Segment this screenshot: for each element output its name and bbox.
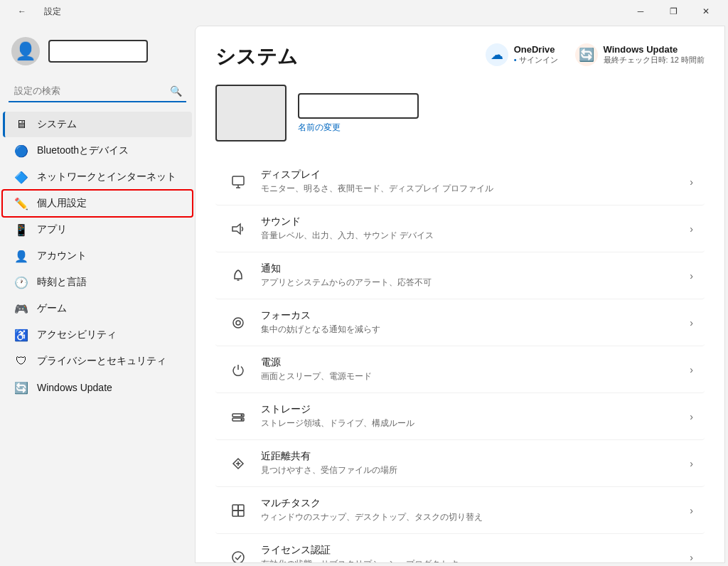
search-input[interactable] [9, 80, 186, 102]
sidebar-item-privacy[interactable]: 🛡 プライバシーとセキュリティ [3, 348, 192, 374]
profile-name-area: 名前の変更 [298, 93, 419, 134]
focus-icon [227, 311, 250, 334]
sound-icon [227, 218, 250, 240]
storage-icon [227, 405, 250, 428]
settings-item-desc-storage: ストレージ領域、ドライブ、構成ルール [261, 417, 690, 429]
time-icon: 🕐 [14, 275, 28, 289]
settings-item-nearby[interactable]: 近距離共有 見つけやすさ、受信ファイルの場所 › [215, 440, 705, 487]
settings-item-title-sound: サウンド [261, 215, 690, 228]
sidebar-item-personal[interactable]: ✏️ 個人用設定 [3, 191, 192, 216]
content-area: システム ☁ OneDrive • サインイン 🔄 Windows Update [195, 26, 725, 563]
avatar-icon: 👤 [15, 41, 36, 61]
chevron-right-icon: › [690, 411, 693, 422]
search-box: 🔍 [9, 80, 186, 102]
minimize-button[interactable]: ─ [624, 0, 657, 23]
chevron-right-icon: › [690, 270, 693, 282]
profile-name-box[interactable] [298, 93, 419, 119]
settings-item-desc-focus: 集中の妨げとなる通知を減らす [261, 324, 690, 336]
sidebar-item-label: ゲーム [37, 302, 67, 315]
settings-item-title-power: 電源 [261, 356, 690, 369]
settings-item-title-focus: フォーカス [261, 309, 690, 322]
user-section: 👤 [0, 28, 195, 77]
svg-point-17 [232, 552, 244, 563]
title-bar-title: 設定 [44, 6, 61, 18]
apps-icon: 📱 [14, 223, 28, 237]
settings-item-notifications[interactable]: 通知 アプリとシステムからのアラート、応答不可 › [215, 252, 705, 299]
accessibility-icon: ♿ [14, 328, 28, 342]
page-title: システム [215, 43, 298, 70]
sidebar-item-network[interactable]: 🔷 ネットワークとインターネット [3, 164, 192, 190]
svg-point-10 [241, 419, 242, 420]
settings-item-title-multitask: マルチタスク [261, 497, 690, 510]
chevron-right-icon: › [690, 505, 693, 516]
sidebar-item-label: アカウント [37, 250, 87, 262]
title-bar-left: ← 設定 [6, 0, 61, 23]
title-bar-controls: ─ ❐ ✕ [624, 0, 722, 23]
sidebar-item-label: Windows Update [37, 382, 112, 393]
sidebar-item-apps[interactable]: 📱 アプリ [3, 217, 192, 242]
settings-item-activation[interactable]: ライセンス認証 有効化の状態、サブスクリプション、プロダクト キー › [215, 534, 705, 563]
sidebar: 👤 🔍 🖥 システム 🔵 Bluetoothとデバイス 🔷 ネットワークとインタ… [0, 23, 195, 566]
app-body: 👤 🔍 🖥 システム 🔵 Bluetoothとデバイス 🔷 ネットワークとインタ… [0, 23, 728, 566]
svg-marker-3 [232, 224, 240, 234]
close-button[interactable]: ✕ [690, 0, 722, 23]
privacy-icon: 🛡 [14, 354, 28, 368]
settings-item-title-display: ディスプレイ [261, 169, 690, 181]
gaming-icon: 🎮 [14, 301, 28, 316]
sidebar-item-label: システム [37, 118, 77, 131]
svg-rect-16 [238, 511, 244, 516]
sidebar-item-label: プライバシーとセキュリティ [37, 355, 166, 368]
sidebar-item-system[interactable]: 🖥 システム [3, 112, 192, 137]
sidebar-item-gaming[interactable]: 🎮 ゲーム [3, 296, 192, 321]
svg-point-5 [233, 318, 243, 328]
display-icon [227, 171, 250, 193]
svg-rect-14 [238, 505, 244, 511]
settings-list: ディスプレイ モニター、明るさ、夜間モード、ディスプレイ プロファイル › サウ… [215, 159, 705, 563]
onedrive-icon: ☁ [486, 43, 508, 66]
multitask-icon [227, 499, 250, 522]
settings-item-sound[interactable]: サウンド 音量レベル、出力、入力、サウンド デバイス › [215, 205, 705, 252]
sidebar-item-label: 時刻と言語 [37, 276, 87, 289]
chevron-right-icon: › [690, 223, 693, 235]
personal-icon: ✏️ [14, 196, 28, 210]
nav-list: 🖥 システム 🔵 Bluetoothとデバイス 🔷 ネットワークとインターネット… [0, 111, 195, 401]
winupdate-icon: 🔄 [14, 380, 28, 395]
back-button[interactable]: ← [6, 0, 38, 23]
sidebar-item-winupdate[interactable]: 🔄 Windows Update [3, 375, 192, 400]
settings-item-power[interactable]: 電源 画面とスリープ、電源モード › [215, 346, 705, 393]
windows-update-widget[interactable]: 🔄 Windows Update 最終チェック日時: 12 時間前 [575, 43, 705, 66]
settings-item-title-activation: ライセンス認証 [261, 544, 690, 557]
settings-item-title-notifications: 通知 [261, 262, 690, 275]
windows-update-icon: 🔄 [575, 43, 598, 66]
chevron-right-icon: › [690, 552, 693, 563]
chevron-right-icon: › [690, 176, 693, 188]
power-icon [227, 358, 250, 381]
settings-item-storage[interactable]: ストレージ ストレージ領域、ドライブ、構成ルール › [215, 393, 705, 440]
sidebar-item-accessibility[interactable]: ♿ アクセシビリティ [3, 322, 192, 348]
svg-rect-0 [232, 176, 244, 185]
sidebar-item-accounts[interactable]: 👤 アカウント [3, 243, 192, 269]
svg-rect-15 [232, 511, 238, 516]
onedrive-widget[interactable]: ☁ OneDrive • サインイン [486, 43, 558, 66]
settings-item-focus[interactable]: フォーカス 集中の妨げとなる通知を減らす › [215, 299, 705, 346]
profile-area: 名前の変更 [215, 85, 705, 142]
settings-item-multitask[interactable]: マルチタスク ウィンドウのスナップ、デスクトップ、タスクの切り替え › [215, 487, 705, 534]
settings-item-title-nearby: 近距離共有 [261, 450, 690, 463]
content-header: システム ☁ OneDrive • サインイン 🔄 Windows Update [215, 43, 705, 70]
notifications-icon [227, 265, 250, 287]
username-box [48, 40, 148, 63]
sidebar-item-bluetooth[interactable]: 🔵 Bluetoothとデバイス [3, 138, 192, 164]
svg-rect-13 [232, 505, 238, 511]
restore-button[interactable]: ❐ [657, 0, 690, 23]
settings-item-display[interactable]: ディスプレイ モニター、明るさ、夜間モード、ディスプレイ プロファイル › [215, 159, 705, 205]
sidebar-item-time[interactable]: 🕐 時刻と言語 [3, 269, 192, 295]
chevron-right-icon: › [690, 364, 693, 375]
rename-link[interactable]: 名前の変更 [298, 122, 419, 134]
settings-item-desc-power: 画面とスリープ、電源モード [261, 370, 690, 383]
nearby-icon [227, 452, 250, 475]
settings-item-desc-sound: 音量レベル、出力、入力、サウンド デバイス [261, 230, 690, 242]
profile-image-box[interactable] [215, 85, 287, 142]
sidebar-item-label: ネットワークとインターネット [37, 171, 176, 183]
activation-icon [227, 546, 250, 564]
svg-point-9 [241, 415, 242, 416]
